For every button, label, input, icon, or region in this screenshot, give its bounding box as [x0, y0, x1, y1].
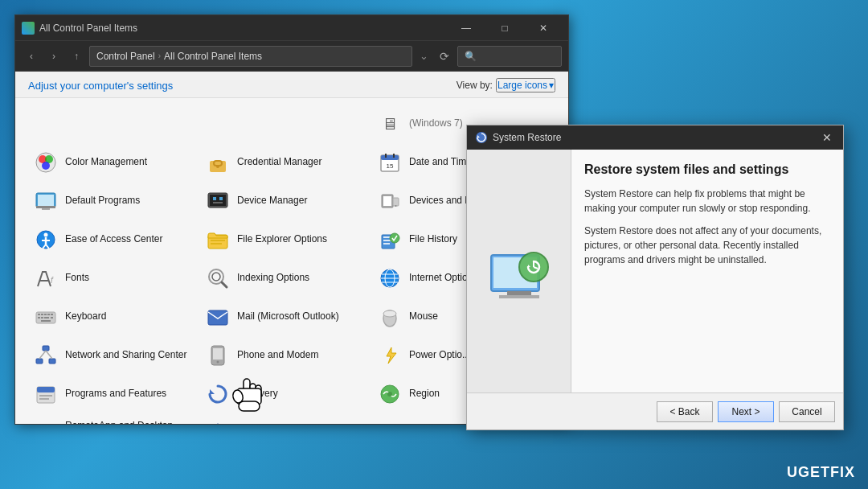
list-item[interactable]: Default Programs [28, 182, 200, 220]
sr-next-button[interactable]: Next > [718, 401, 774, 422]
list-item[interactable]: Phone and Modem [200, 336, 372, 375]
item-icon [205, 227, 231, 253]
view-by-value: Large icons [497, 80, 547, 91]
item-label: Phone and Modem [237, 349, 318, 362]
address-all: All Control Panel Items [164, 51, 262, 62]
sr-close-button[interactable]: ✕ [819, 129, 835, 146]
sr-cancel-button[interactable]: Cancel [779, 401, 835, 422]
item-icon [33, 227, 59, 253]
item-label: Credential Manager [237, 156, 321, 169]
svg-rect-89 [507, 291, 531, 295]
item-icon [33, 304, 59, 330]
list-item[interactable]: File Explorer Options [200, 220, 372, 259]
address-dropdown-button[interactable]: ⌄ [416, 46, 432, 67]
sr-footer: < Back Next > Cancel [467, 392, 843, 429]
svg-rect-33 [211, 243, 222, 244]
sr-heading: Restore system files and settings [584, 162, 830, 177]
list-item[interactable]: RemoteApp and Desktop Connections [28, 413, 200, 424]
list-item[interactable]: Credential Manager [200, 143, 372, 182]
cp-content-header: Adjust your computer's settings View by:… [15, 72, 568, 98]
sr-dialog-title: System Restore [493, 132, 819, 143]
item-label: Fonts [65, 272, 89, 285]
list-item[interactable]: Network and Sharing Center [28, 336, 200, 375]
item-icon [377, 420, 403, 424]
item-icon [377, 304, 403, 330]
svg-rect-57 [44, 317, 49, 318]
list-item[interactable]: Ease of Access Center [28, 220, 200, 259]
cp-window-icon [22, 22, 35, 35]
svg-rect-55 [38, 317, 40, 318]
item-icon [205, 304, 231, 330]
list-item[interactable]: Color Management [28, 143, 200, 182]
item-label: Ease of Access Center [65, 233, 162, 246]
item-icon: 15 [377, 150, 403, 175]
sr-dialog-body: Restore system files and settings System… [467, 150, 843, 392]
list-item[interactable]: Indexing Options [200, 259, 372, 298]
up-button[interactable]: ↑ [67, 47, 86, 66]
sr-back-button[interactable]: < Back [657, 401, 713, 422]
item-label: Keyboard [65, 310, 106, 323]
svg-rect-50 [38, 314, 40, 315]
list-item[interactable]: f Fonts [28, 259, 200, 298]
adjust-settings-label: Adjust your computer's settings [28, 80, 173, 92]
list-item[interactable]: Keyboard [28, 298, 200, 336]
item-icon [377, 343, 403, 368]
item-label: (Windows 7) [409, 117, 463, 130]
cp-window-controls: — □ ✕ [448, 16, 562, 40]
svg-rect-18 [213, 197, 216, 200]
item-icon [205, 265, 231, 291]
view-by-control: View by: Large icons ▾ [457, 78, 555, 92]
svg-rect-56 [41, 317, 43, 318]
item-icon [33, 150, 59, 175]
list-item[interactable]: Security and Maintenance [200, 413, 372, 424]
svg-text:f: f [51, 276, 54, 285]
svg-rect-74 [39, 395, 52, 397]
list-item[interactable]: Programs and Features [28, 375, 200, 413]
item-icon: f [33, 265, 59, 291]
address-bar[interactable]: Control Panel › All Control Panel Items [89, 46, 412, 67]
cp-titlebar: All Control Panel Items — □ ✕ [15, 15, 568, 41]
search-icon: 🔍 [465, 51, 477, 62]
refresh-button[interactable]: ⟳ [435, 47, 454, 66]
item-icon [33, 420, 59, 424]
item-icon [377, 381, 403, 407]
back-button[interactable]: ‹ [22, 47, 41, 66]
search-bar[interactable]: 🔍 [457, 46, 562, 67]
svg-rect-51 [41, 314, 43, 315]
svg-point-38 [390, 233, 399, 243]
item-label: RemoteApp and Desktop Connections [65, 420, 195, 424]
view-by-chevron-icon: ▾ [549, 80, 554, 91]
item-icon: 🖥 [377, 111, 403, 137]
list-item[interactable]: Mail (Microsoft Outlook) [200, 298, 372, 336]
list-item[interactable]: Device Manager [200, 182, 372, 220]
item-icon [205, 381, 231, 407]
svg-rect-17 [210, 195, 226, 206]
item-label: Color Management [65, 156, 147, 169]
svg-point-24 [395, 205, 397, 207]
svg-rect-70 [213, 348, 223, 360]
close-button[interactable]: ✕ [525, 16, 562, 40]
item-icon [33, 381, 59, 407]
item-label: Indexing Options [237, 272, 309, 285]
address-sep1: › [158, 51, 161, 60]
watermark-text: UGETFIX [787, 464, 855, 480]
svg-point-78 [387, 392, 392, 397]
svg-rect-23 [393, 198, 399, 206]
list-item[interactable]: Recovery [200, 375, 372, 413]
svg-line-68 [46, 351, 52, 359]
svg-rect-13 [38, 195, 54, 206]
sr-description-2: System Restore does not affect any of yo… [584, 224, 830, 267]
view-by-label: View by: [457, 80, 493, 91]
item-label: Mouse [409, 310, 438, 323]
svg-point-6 [216, 165, 219, 168]
forward-button[interactable]: › [44, 47, 63, 66]
item-label: Date and Time [409, 156, 472, 169]
svg-rect-15 [42, 208, 50, 210]
minimize-button[interactable]: — [448, 16, 485, 40]
view-by-dropdown[interactable]: Large icons ▾ [496, 78, 555, 92]
cp-window-title: All Control Panel Items [39, 23, 448, 34]
item-icon [33, 188, 59, 214]
maximize-button[interactable]: □ [486, 16, 523, 40]
svg-marker-76 [210, 389, 215, 394]
svg-rect-58 [51, 317, 53, 318]
